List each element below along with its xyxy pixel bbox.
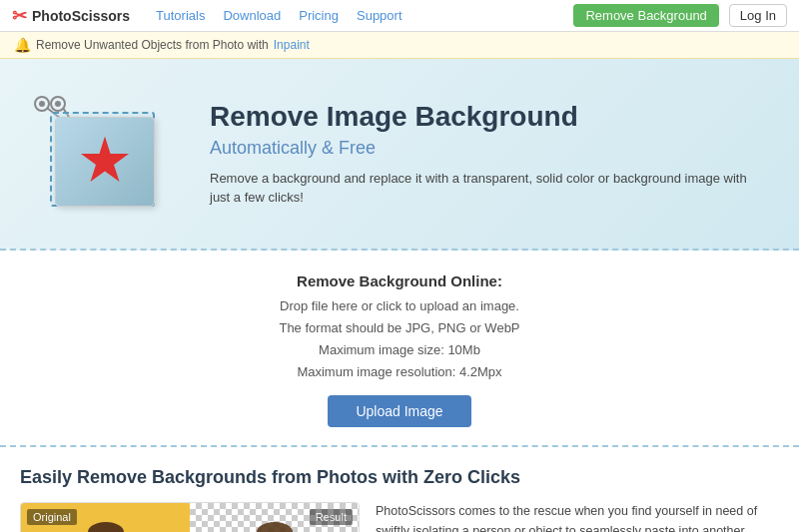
logo-text: PhotoScissors	[32, 8, 130, 24]
lower-content: Original Result ‹ › PhotoScissors comes …	[20, 502, 779, 532]
remove-background-button[interactable]: Remove Background	[573, 4, 718, 27]
hero-text: Remove Image Background Automatically & …	[210, 100, 759, 208]
svg-point-5	[55, 101, 61, 107]
photo-card-inner	[56, 118, 154, 206]
hint-line2: The format should be JPG, PNG or WebP	[20, 317, 779, 339]
login-button[interactable]: Log In	[729, 4, 787, 27]
upload-hint: Drop file here or click to upload an ima…	[20, 295, 779, 383]
nav-support[interactable]: Support	[357, 8, 402, 23]
nav-links: Tutorials Download Pricing Support	[156, 8, 402, 23]
person-hair-result	[257, 522, 293, 532]
description-area: PhotoScissors comes to the rescue when y…	[376, 502, 779, 532]
photo-card	[55, 117, 155, 207]
navbar: ✂ PhotoScissors Tutorials Download Prici…	[0, 0, 799, 32]
hero-title: Remove Image Background	[210, 100, 759, 134]
person-hair	[88, 522, 124, 532]
hint-line1: Drop file here or click to upload an ima…	[20, 295, 779, 317]
logo-icon: ✂	[12, 5, 27, 27]
label-result: Result	[310, 509, 353, 525]
person-figure-original	[71, 522, 141, 532]
nav-download[interactable]: Download	[223, 8, 281, 23]
upload-button[interactable]: Upload Image	[328, 395, 470, 427]
notice-bar: 🔔 Remove Unwanted Objects from Photo wit…	[0, 32, 799, 59]
scissors-card	[35, 97, 165, 212]
hint-line4: Maximum image resolution: 4.2Mpx	[20, 361, 779, 383]
notice-text: Remove Unwanted Objects from Photo with	[36, 38, 269, 52]
comparison-area: Original Result ‹ ›	[20, 502, 360, 532]
star-shape	[80, 137, 130, 187]
hint-line3: Maximum image size: 10Mb	[20, 339, 779, 361]
hero-subtitle: Automatically & Free	[210, 138, 759, 159]
nav-pricing[interactable]: Pricing	[299, 8, 339, 23]
person-figure-result	[240, 522, 310, 532]
hero-section: Remove Image Background Automatically & …	[0, 59, 799, 251]
lower-title: Easily Remove Backgrounds from Photos wi…	[20, 467, 779, 488]
logo[interactable]: ✂ PhotoScissors	[12, 5, 130, 27]
hero-description: Remove a background and replace it with …	[210, 169, 759, 208]
lower-section: Easily Remove Backgrounds from Photos wi…	[0, 447, 799, 532]
nav-tutorials[interactable]: Tutorials	[156, 8, 205, 23]
description-text: PhotoScissors comes to the rescue when y…	[376, 504, 757, 532]
bell-icon: 🔔	[14, 37, 31, 53]
upload-title: Remove Background Online:	[20, 272, 779, 289]
label-original: Original	[27, 509, 77, 525]
navbar-right: Remove Background Log In	[573, 4, 787, 27]
svg-point-4	[39, 101, 45, 107]
inpaint-link[interactable]: Inpaint	[274, 38, 310, 52]
upload-section: Remove Background Online: Drop file here…	[0, 251, 799, 447]
hero-image	[20, 89, 180, 219]
